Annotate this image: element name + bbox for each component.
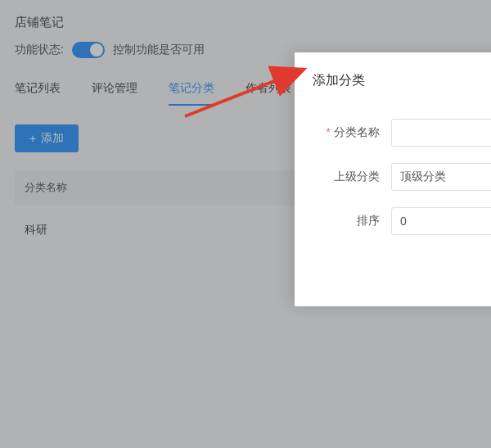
name-label: *分类名称 xyxy=(313,125,391,140)
required-asterisk-icon: * xyxy=(327,125,331,138)
feature-status-label: 功能状态: xyxy=(15,43,64,57)
tab-comment-manage[interactable]: 评论管理 xyxy=(92,81,137,106)
page-title: 店铺笔记 xyxy=(15,15,476,30)
form-row-parent: 上级分类 顶级分类 xyxy=(313,163,491,191)
add-button[interactable]: + 添加 xyxy=(15,124,79,152)
sort-input[interactable] xyxy=(391,207,491,235)
add-category-modal: 添加分类 *分类名称 上级分类 顶级分类 排序 xyxy=(295,52,491,306)
add-button-label: 添加 xyxy=(41,131,64,146)
modal-title: 添加分类 xyxy=(313,72,491,89)
tab-note-category[interactable]: 笔记分类 xyxy=(169,81,214,106)
parent-select-value: 顶级分类 xyxy=(400,170,446,184)
sort-label: 排序 xyxy=(313,214,391,229)
feature-hint: 控制功能是否可用 xyxy=(113,43,205,57)
form-row-name: *分类名称 xyxy=(313,119,491,147)
form-row-sort: 排序 xyxy=(313,207,491,235)
table-cell-name: 科研 xyxy=(25,223,47,236)
plus-icon: + xyxy=(29,133,36,144)
tab-author-list[interactable]: 作者列表 xyxy=(246,81,291,106)
parent-label: 上级分类 xyxy=(313,170,391,184)
parent-select[interactable]: 顶级分类 xyxy=(391,163,491,191)
tab-note-list[interactable]: 笔记列表 xyxy=(15,81,61,106)
feature-toggle[interactable] xyxy=(72,42,105,58)
name-input[interactable] xyxy=(391,119,491,147)
